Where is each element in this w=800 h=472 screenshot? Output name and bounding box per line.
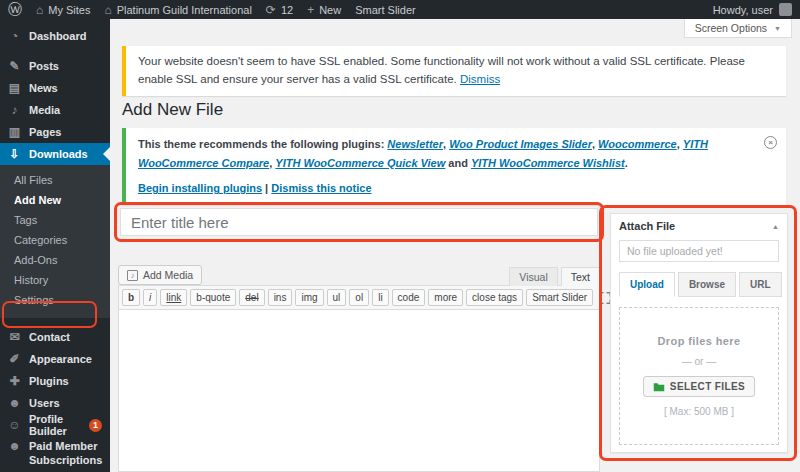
screen-options-button[interactable]: Screen Options ▼ (684, 19, 792, 38)
ssl-dismiss-link[interactable]: Dismiss (460, 73, 500, 85)
post-editor: ♪ Add Media Visual Text b i link b-quote… (118, 265, 600, 472)
chevron-down-icon: ▼ (774, 25, 781, 32)
qt-close-tags-button[interactable]: close tags (466, 289, 523, 306)
smart-slider-menu[interactable]: Smart Slider (355, 4, 416, 16)
my-sites-menu[interactable]: ⌂ My Sites (36, 4, 90, 16)
sidebar-item-posts[interactable]: ✎ Posts (0, 55, 110, 77)
separator: | (262, 182, 271, 194)
submenu-item-settings[interactable]: Settings (0, 290, 110, 310)
sidebar-item-profile-builder[interactable]: ☺ Profile Builder 1 (0, 414, 110, 436)
submenu-item-add-ons[interactable]: Add-Ons (0, 250, 110, 270)
sidebar-label: Dashboard (29, 30, 86, 42)
downloads-submenu: All Files Add New Tags Categories Add-On… (0, 165, 110, 318)
begin-installing-plugins-link[interactable]: Begin installing plugins (138, 182, 262, 194)
qt-link-button[interactable]: link (160, 289, 187, 306)
plugin-link-woo-product-images-slider[interactable]: Woo Product Images Slider (449, 138, 592, 150)
title-input[interactable] (120, 208, 598, 236)
select-files-label: SELECT FILES (670, 381, 745, 392)
qt-blockquote-button[interactable]: b-quote (190, 289, 236, 306)
recommended-plugins-notice: This theme recommends the following plug… (122, 128, 786, 205)
sidebar-item-downloads[interactable]: ⇩ Downloads (0, 143, 110, 165)
paid-member-icon: ☻ (8, 440, 21, 452)
plugin-link-yith-quick-view[interactable]: YITH WooCommerce Quick View (275, 157, 445, 169)
update-count-badge: 1 (89, 419, 102, 432)
sidebar-label: Paid Member Subscriptions (29, 440, 102, 468)
submenu-item-history[interactable]: History (0, 270, 110, 290)
attach-file-title: Attach File (619, 220, 675, 232)
add-media-button[interactable]: ♪ Add Media (118, 265, 202, 285)
qt-code-button[interactable]: code (392, 289, 426, 306)
sidebar-item-news[interactable]: ▤ News (0, 77, 110, 99)
editor-textarea[interactable] (119, 310, 599, 471)
qt-del-button[interactable]: del (239, 289, 264, 306)
qt-italic-button[interactable]: i (143, 289, 157, 306)
site-name-menu[interactable]: ⌂ Platinum Guild International (104, 4, 251, 16)
sidebar-item-media[interactable]: ♪ Media (0, 99, 110, 121)
ssl-warning-notice: Your website doesn't seem to have SSL en… (122, 46, 786, 96)
sidebar-label: Plugins (29, 375, 69, 387)
sidebar-item-contact[interactable]: ✉ Contact (0, 326, 110, 348)
user-avatar[interactable] (779, 3, 792, 16)
qt-ins-button[interactable]: ins (268, 289, 293, 306)
sidebar-label: Appearance (29, 353, 92, 365)
sidebar-label: News (29, 82, 58, 94)
select-files-button[interactable]: SELECT FILES (643, 376, 755, 397)
qt-bold-button[interactable]: b (122, 289, 140, 306)
tab-url[interactable]: URL (739, 272, 782, 297)
file-dropzone[interactable]: Drop files here — or — SELECT FILES [ Ma… (619, 307, 779, 445)
sidebar-label: Profile Builder (29, 413, 78, 437)
tab-visual[interactable]: Visual (509, 267, 557, 286)
sidebar-item-plugins[interactable]: ✚ Plugins (0, 370, 110, 392)
qt-more-button[interactable]: more (428, 289, 463, 306)
sidebar-item-dashboard[interactable]: ◔ Dashboard (0, 25, 110, 47)
home-icon: ⌂ (104, 4, 111, 16)
page-title: Add New File (122, 100, 223, 120)
plugin-link-woocommerce[interactable]: Woocommerce (598, 138, 677, 150)
quicktags-toolbar: b i link b-quote del ins img ul ol li co… (118, 285, 600, 310)
menu-separator (0, 318, 110, 326)
qt-ul-button[interactable]: ul (327, 289, 347, 306)
my-sites-icon: ⌂ (36, 4, 43, 16)
tab-upload[interactable]: Upload (619, 272, 675, 297)
attached-file-input[interactable] (619, 240, 779, 262)
panel-toggle-icon[interactable]: ▲ (772, 223, 779, 230)
dismiss-this-notice-link[interactable]: Dismiss this notice (271, 182, 371, 194)
screen-options-label: Screen Options (695, 22, 767, 34)
pages-icon: ▥ (8, 126, 21, 138)
qt-ol-button[interactable]: ol (349, 289, 369, 306)
attach-file-body: Upload Browse URL Drop files here — or —… (611, 236, 787, 453)
submenu-item-tags[interactable]: Tags (0, 210, 110, 230)
qt-img-button[interactable]: img (295, 289, 323, 306)
attach-file-panel: Attach File ▲ Upload Browse URL Drop fil… (610, 213, 788, 453)
plugin-link-newsletter[interactable]: Newsletter (387, 138, 443, 150)
wordpress-logo-menu[interactable]: Ⓦ (8, 1, 22, 19)
tab-text[interactable]: Text (561, 267, 600, 286)
sidebar-label: Pages (29, 126, 61, 138)
dropzone-label: Drop files here (657, 335, 740, 347)
plus-icon: + (307, 4, 314, 16)
howdy-user-menu[interactable]: Howdy, user (713, 4, 773, 16)
sidebar-item-users[interactable]: ☻ Users (0, 392, 110, 414)
sidebar-label: Downloads (29, 148, 88, 160)
add-media-icon: ♪ (127, 270, 138, 281)
submenu-item-all-files[interactable]: All Files (0, 170, 110, 190)
attach-file-header[interactable]: Attach File ▲ (611, 214, 787, 236)
tab-browse[interactable]: Browse (678, 272, 736, 297)
plugin-notice-actions: Begin installing plugins | Dismiss this … (138, 179, 756, 198)
sidebar-item-appearance[interactable]: ✐ Appearance (0, 348, 110, 370)
qt-smart-slider-button[interactable]: Smart Slider (526, 289, 593, 306)
submenu-item-categories[interactable]: Categories (0, 230, 110, 250)
wordpress-logo-icon: Ⓦ (8, 1, 22, 19)
admin-sidebar: ◔ Dashboard ✎ Posts ▤ News ♪ Media ▥ Pag… (0, 19, 110, 472)
news-icon: ▤ (8, 82, 21, 94)
sidebar-item-pages[interactable]: ▥ Pages (0, 121, 110, 143)
plugin-link-yith-wishlist[interactable]: YITH WooCommerce Wishlist (471, 157, 625, 169)
qt-li-button[interactable]: li (372, 289, 388, 306)
submenu-item-add-new[interactable]: Add New (0, 190, 110, 210)
max-size-label: [ Max: 500 MB ] (664, 406, 734, 417)
dismiss-notice-icon[interactable]: × (764, 136, 777, 149)
new-content-menu[interactable]: + New (307, 4, 341, 16)
content-area: Screen Options ▼ Your website doesn't se… (110, 19, 800, 472)
sidebar-item-paid-member-subscriptions[interactable]: ☻ Paid Member Subscriptions (0, 436, 110, 470)
updates-menu[interactable]: ⟳ 12 (266, 4, 293, 16)
